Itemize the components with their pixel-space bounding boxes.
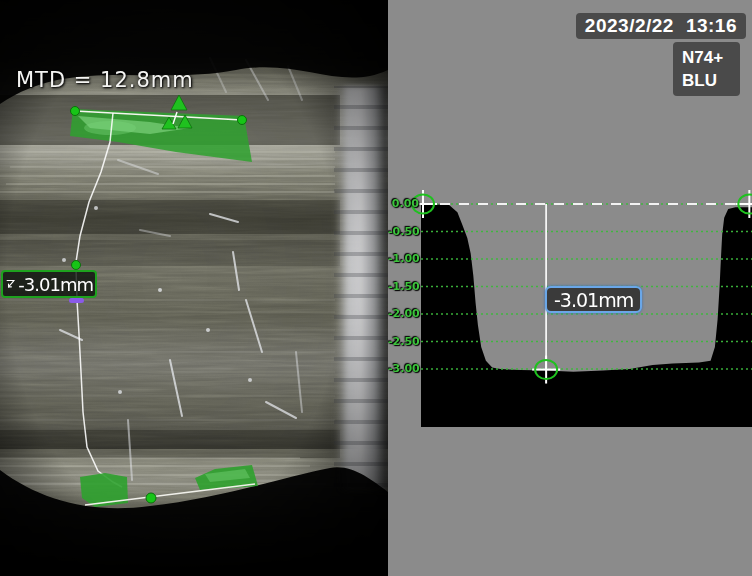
date-text: 2023/2/22 — [585, 15, 674, 37]
y-axis-tick-label: -1.50 — [388, 280, 419, 293]
time-text: 13:16 — [686, 15, 737, 37]
profile-panel: 0.00-0.50-1.00-1.50-2.00-2.50-3.00 -3.01… — [388, 0, 752, 576]
y-axis-tick-label: -3.00 — [388, 362, 419, 375]
probe-mode-text: BLU — [682, 69, 740, 92]
camera-view-panel: MTD = 12.8mm -3.01mm — [0, 0, 388, 576]
timestamp-box: 2023/2/22 13:16 — [576, 13, 746, 39]
measure-point-dot[interactable] — [146, 493, 156, 503]
bottom-reference-area[interactable] — [80, 465, 258, 507]
videoscope-screen: MTD = 12.8mm -3.01mm 0.00-0.50-1.00-1.50… — [0, 0, 752, 576]
depth-value-text: -3.01mm — [18, 274, 93, 295]
y-axis-tick-label: -1.00 — [388, 252, 419, 265]
y-axis-tick-label: -0.50 — [388, 225, 419, 238]
probe-info-box: N74+ BLU — [673, 42, 740, 96]
measure-point-dot[interactable] — [238, 116, 247, 125]
chart-depth-value-text: -3.01mm — [554, 289, 633, 311]
probe-model-text: N74+ — [682, 46, 740, 69]
top-reference-area[interactable] — [70, 109, 252, 162]
chart-depth-result-label: -3.01mm — [545, 286, 642, 313]
purple-cursor-tick[interactable] — [69, 298, 84, 303]
y-axis-tick-label: -2.50 — [388, 335, 419, 348]
measure-point-dot[interactable] — [71, 107, 80, 116]
depth-result-label: -3.01mm — [1, 270, 97, 298]
y-axis-tick-label: 0.00 — [388, 197, 419, 210]
profile-silhouette — [421, 204, 752, 427]
depth-point-dot[interactable] — [72, 261, 81, 270]
mtd-result-label: MTD = 12.8mm — [16, 68, 194, 92]
depth-measure-icon — [5, 276, 16, 292]
y-axis-tick-label: -2.00 — [388, 307, 419, 320]
